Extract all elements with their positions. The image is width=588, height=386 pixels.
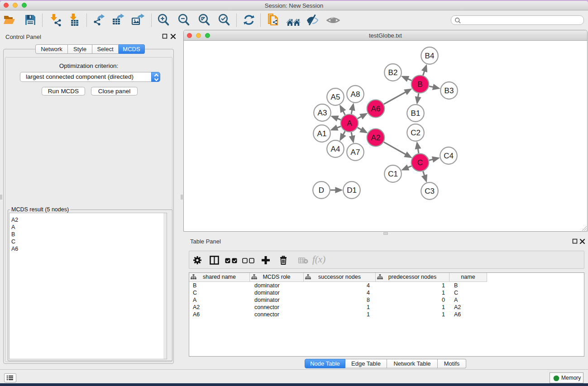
svg-text:B3: B3 xyxy=(445,86,454,95)
svg-text:B4: B4 xyxy=(425,52,435,60)
svg-text:C3: C3 xyxy=(425,187,435,195)
svg-text:A8: A8 xyxy=(351,90,360,99)
svg-text:A: A xyxy=(347,119,352,128)
svg-text:B: B xyxy=(417,80,422,89)
svg-text:A7: A7 xyxy=(351,148,360,157)
svg-text:C1: C1 xyxy=(388,170,398,178)
svg-text:D: D xyxy=(319,186,324,195)
svg-text:B1: B1 xyxy=(411,109,421,118)
svg-text:A6: A6 xyxy=(371,105,381,113)
svg-text:C: C xyxy=(417,158,423,167)
svg-text:A5: A5 xyxy=(331,93,340,101)
svg-text:A3: A3 xyxy=(318,109,327,117)
svg-text:B2: B2 xyxy=(388,68,398,77)
svg-text:D1: D1 xyxy=(347,186,357,195)
svg-text:C4: C4 xyxy=(444,152,454,160)
svg-text:A2: A2 xyxy=(371,133,381,142)
svg-text:A4: A4 xyxy=(331,145,340,153)
svg-text:A1: A1 xyxy=(317,129,327,138)
svg-text:C2: C2 xyxy=(411,129,421,137)
